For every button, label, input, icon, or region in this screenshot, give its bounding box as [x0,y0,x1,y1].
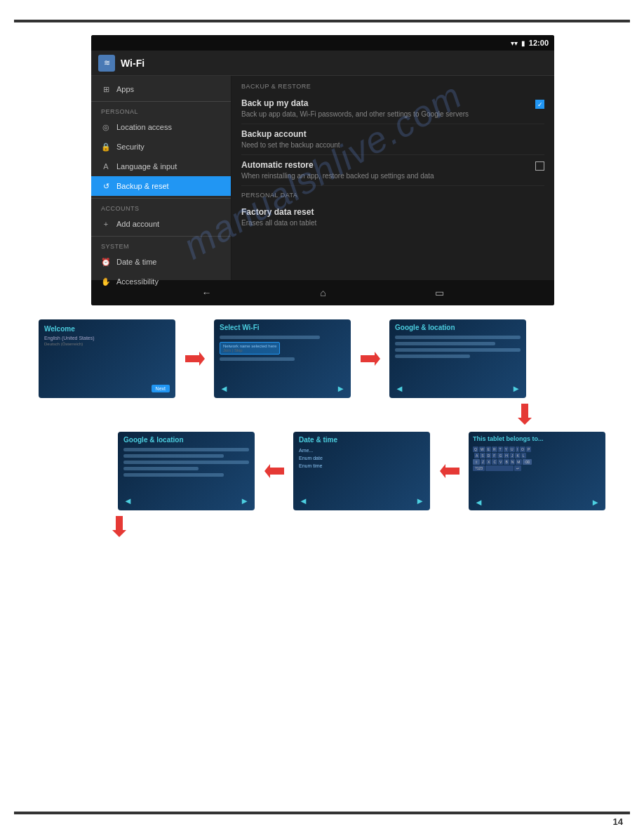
wifi-nav-right[interactable]: ► [336,383,345,394]
wifi-icon-box: ≋ [98,55,115,72]
accounts-section-label: ACCOUNTS [91,201,231,214]
wifi-status-icon: ▾▾ [511,39,518,47]
key: U [509,446,515,452]
google-2-line4 [123,467,199,470]
android-screenshot: ▾▾ ▮ 12:00 ≋ Wi-Fi ⊞ Apps PERSONAL ◎ Loc… [91,35,554,305]
backup-account-item[interactable]: Backup account Need to set the backup ac… [241,124,544,155]
date-label: Date & time [116,258,156,266]
backup-account-title: Backup account [241,129,544,139]
datetime-label2: Enum date [299,456,323,461]
auto-restore-item[interactable]: Automatic restore When reinstalling an a… [241,155,544,186]
welcome-next-btn[interactable]: Next [152,385,170,392]
tablet-nav-left[interactable]: ◄ [474,497,483,508]
key: W [479,446,485,452]
key: J [510,453,515,458]
google-1-line1 [395,336,521,339]
auto-restore-checkbox[interactable] [535,161,544,171]
arrow-right-1 [175,346,214,371]
svg-marker-0 [185,352,205,366]
factory-reset-item[interactable]: Factory data reset Erases all data on ta… [241,202,544,232]
google-2-nav: ◄ ► [118,496,255,506]
sidebar-item-language[interactable]: A Language & input [91,157,231,176]
home-button[interactable]: ⌂ [320,287,326,298]
location-icon: ◎ [101,122,111,132]
screen-title: Wi-Fi [121,58,145,69]
google-2-line2 [123,454,224,458]
accessibility-label: Accessibility [116,277,159,286]
backup-restore-header: BACKUP & RESTORE [241,83,544,90]
arrow-left-2 [430,458,469,484]
welcome-title: Welcome [44,325,75,333]
flow-box-datetime: Date & time Ame... Enum date Enum time ◄… [293,432,430,510]
welcome-sub2: Deutsch (Österreich) [44,342,83,346]
add-account-label: Add account [116,220,159,228]
backup-label: Backup & reset [116,182,169,190]
datetime-nav-left[interactable]: ◄ [299,496,308,506]
down-arrow-left [39,513,605,541]
arrow-left-1 [255,458,293,484]
system-section-label: SYSTEM [91,239,231,252]
key: P [526,446,531,452]
down-arrow-svg-left [107,513,132,541]
sidebar-item-date[interactable]: ⏰ Date & time [91,252,231,272]
backup-account-desc: Need to set the backup account [241,140,544,150]
sidebar: ⊞ Apps PERSONAL ◎ Location access 🔒 Secu… [91,76,232,280]
space-key [485,465,514,471]
right-panel: BACKUP & RESTORE Back up my data Back up… [232,76,554,280]
back-up-data-item[interactable]: Back up my data Back up app data, Wi-Fi … [241,93,544,124]
top-border [14,20,630,22]
key: T [498,446,503,452]
sidebar-item-security[interactable]: 🔒 Security [91,137,231,157]
sidebar-item-location[interactable]: ◎ Location access [91,117,231,137]
google-box-1-title: Google & location [395,324,455,331]
key: K [515,453,520,458]
factory-reset-title: Factory data reset [241,207,544,217]
key: V [498,459,503,465]
back-up-checkbox[interactable]: ✓ [535,100,544,109]
back-button[interactable]: ← [201,287,211,298]
key: N [510,459,516,465]
datetime-nav-right[interactable]: ► [415,496,424,506]
google-1-nav-right[interactable]: ► [511,383,521,394]
wifi-title-icon: ≋ [104,58,110,67]
svg-marker-3 [264,464,284,478]
language-icon: A [101,161,111,171]
key: X [486,459,491,465]
sym-key: ?123 [473,465,485,471]
google-2-nav-right[interactable]: ► [240,496,249,506]
wifi-line-2 [220,357,295,361]
language-label: Language & input [116,162,177,171]
key: A [474,453,479,458]
divider-accounts [91,198,231,199]
flow-box-tablet: This tablet belongs to... Q W E R T Y [469,432,605,510]
google-1-nav-left[interactable]: ◄ [395,383,404,394]
google-1-nav: ◄ ► [389,383,526,394]
sidebar-item-apps[interactable]: ⊞ Apps [91,79,231,99]
sidebar-item-backup[interactable]: ↺ Backup & reset [91,176,231,196]
wifi-nav-left[interactable]: ◄ [220,383,229,394]
keyboard-area: Q W E R T Y U I O P A [473,446,532,471]
flow-box-google-1: Google & location ◄ ► [389,319,526,398]
backspace-key: ⌫ [523,459,532,465]
add-account-icon: + [101,219,111,229]
google-2-nav-left[interactable]: ◄ [123,496,133,506]
key: L [521,453,526,458]
wifi-box-title: Select Wi-Fi [220,324,260,331]
key: F [492,453,497,458]
date-icon: ⏰ [101,257,111,267]
sidebar-item-add-account[interactable]: + Add account [91,214,231,234]
wifi-line-1 [220,336,320,339]
key: H [504,453,509,458]
down-arrow-right [39,401,605,429]
google-box-2-title: Google & location [123,436,184,444]
key: M [516,459,521,465]
auto-restore-title: Automatic restore [241,160,434,170]
svg-marker-5 [112,516,126,537]
tablet-nav-right[interactable]: ► [591,497,600,508]
battery-icon: ▮ [521,39,525,47]
key: S [480,453,485,458]
status-time: 12:00 [529,39,549,47]
flow-box-google-2: Google & location ◄ ► [118,432,255,510]
back-up-title: Back up my data [241,98,469,108]
recent-button[interactable]: ▭ [435,287,444,298]
